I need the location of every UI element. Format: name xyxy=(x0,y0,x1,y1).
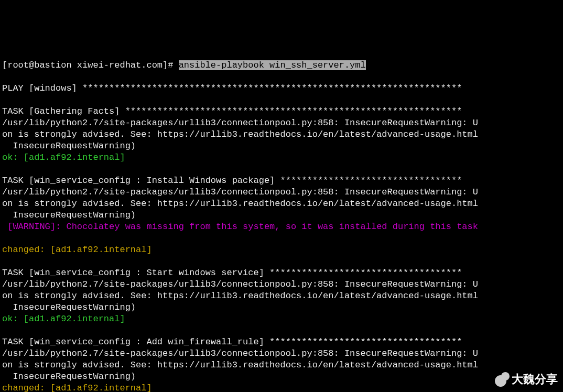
terminal-output[interactable]: [root@bastion xiwei-redhat.com]# ansible… xyxy=(0,58,563,392)
task-gathering-facts: TASK [Gathering Facts] *****************… xyxy=(2,106,462,116)
task-firewall-rule: TASK [win_service_config : Add win_firew… xyxy=(2,337,462,347)
warning-line: /usr/lib/python2.7/site-packages/urllib3… xyxy=(2,118,478,128)
changed-status: changed: [ad1.af92.internal] xyxy=(2,383,152,392)
changed-status: changed: [ad1.af92.internal] xyxy=(2,245,152,255)
shell-prompt: [root@bastion xiwei-redhat.com]# xyxy=(2,60,179,70)
warning-line: on is strongly advised. See: https://url… xyxy=(2,129,478,139)
warning-line: on is strongly advised. See: https://url… xyxy=(2,360,478,370)
warning-line: InsecureRequestWarning) xyxy=(2,210,136,220)
warning-line: /usr/lib/python2.7/site-packages/urllib3… xyxy=(2,279,478,289)
play-header: PLAY [windows] *************************… xyxy=(2,83,462,93)
ok-status: ok: [ad1.af92.internal] xyxy=(2,314,125,324)
chocolatey-warning: [WARNING]: Chocolatey was missing from t… xyxy=(7,222,478,232)
warning-line: InsecureRequestWarning) xyxy=(2,372,136,382)
entered-command: ansible-playbook win_ssh_server.yml xyxy=(179,60,366,70)
warning-line: on is strongly advised. See: https://url… xyxy=(2,291,478,301)
warning-line: InsecureRequestWarning) xyxy=(2,302,136,312)
task-start-service: TASK [win_service_config : Start windows… xyxy=(2,268,462,278)
task-install-package: TASK [win_service_config : Install Windo… xyxy=(2,176,462,186)
warning-line: /usr/lib/python2.7/site-packages/urllib3… xyxy=(2,349,478,358)
ok-status: ok: [ad1.af92.internal] xyxy=(2,153,125,162)
warning-line: InsecureRequestWarning) xyxy=(2,141,136,151)
warning-line: /usr/lib/python2.7/site-packages/urllib3… xyxy=(2,187,478,197)
warning-line: on is strongly advised. See: https://url… xyxy=(2,199,478,209)
